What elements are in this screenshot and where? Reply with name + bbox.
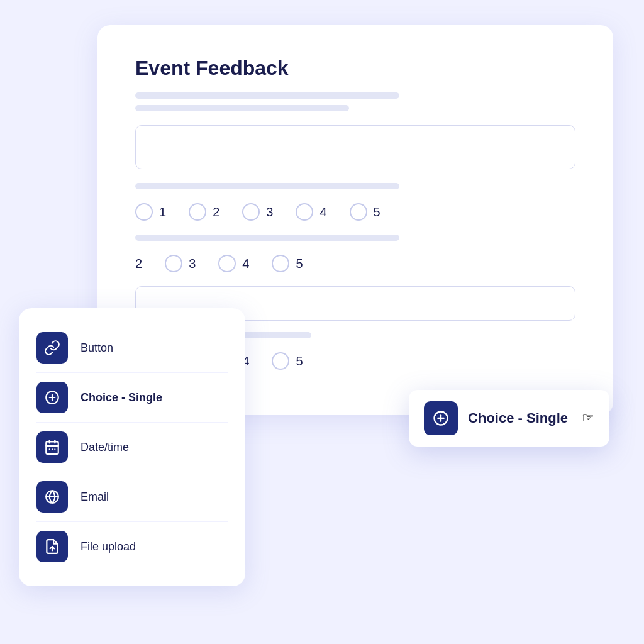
radio-item[interactable]: 4 [218,255,249,272]
datetime-icon-box [36,431,68,463]
placeholder-line-2 [135,105,349,111]
button-icon-box [36,332,68,364]
svg-point-9 [54,448,55,450]
radio-item[interactable]: 5 [350,203,380,221]
radio-label: 3 [266,205,273,219]
radio-circle[interactable] [242,203,260,221]
tooltip-icon-box [424,401,458,435]
radio-row-1: 1 2 3 4 5 [135,203,575,221]
choice-single-icon-box [36,382,68,413]
component-panel: Button Choice - Single Date/time [19,308,245,586]
component-name-button: Button [80,341,113,355]
globe-icon [44,489,60,505]
radio-circle[interactable] [165,255,182,272]
radio-circle[interactable] [272,255,289,272]
placeholder-line-1 [135,92,399,99]
component-name-datetime: Date/time [80,441,129,454]
radio-label: 1 [159,205,166,219]
tooltip-label: Choice - Single [468,410,568,426]
email-icon-box [36,481,68,513]
radio-label: 5 [296,257,303,271]
radio-label: 2 [135,257,142,271]
radio-item[interactable]: 5 [272,255,303,272]
radio-label: 5 [296,354,303,369]
radio-circle[interactable] [189,203,206,221]
section-divider-1 [135,183,399,189]
component-name-file-upload: File upload [80,540,136,553]
radio-label: 4 [319,205,326,219]
component-name-choice-single: Choice - Single [80,391,162,404]
link-icon [44,340,60,356]
radio-circle[interactable] [135,203,153,221]
file-upload-icon [44,538,60,555]
component-item-datetime[interactable]: Date/time [36,423,228,472]
component-item-choice-single[interactable]: Choice - Single [36,373,228,423]
tooltip-circle-plus-icon [432,409,450,427]
component-item-file-upload[interactable]: File upload [36,522,228,571]
radio-item[interactable]: 3 [165,255,196,272]
radio-item[interactable]: 3 [242,203,273,221]
file-upload-icon-box [36,531,68,562]
svg-rect-3 [46,441,58,454]
component-name-email: Email [80,491,109,504]
radio-label: 3 [189,257,196,271]
radio-item[interactable]: 4 [296,203,326,221]
radio-circle[interactable] [350,203,367,221]
cursor-icon: ☞ [582,410,594,426]
radio-item[interactable]: 2 [189,203,219,221]
radio-row-2: 2 3 4 5 [135,255,575,272]
svg-point-8 [52,448,53,450]
radio-label: 5 [374,205,380,219]
radio-circle[interactable] [272,352,289,370]
calendar-icon [44,439,60,455]
radio-label: 2 [213,205,219,219]
radio-item[interactable]: 1 [135,203,166,221]
text-input[interactable] [135,125,575,169]
radio-label: 4 [242,257,249,271]
component-item-button[interactable]: Button [36,323,228,373]
radio-circle[interactable] [218,255,236,272]
component-item-email[interactable]: Email [36,472,228,522]
circle-plus-icon [44,389,60,406]
svg-point-7 [49,448,50,450]
radio-item[interactable]: 5 [272,352,303,370]
section-divider-2 [135,235,399,241]
form-title: Event Feedback [135,57,575,80]
choice-single-tooltip[interactable]: Choice - Single ☞ [409,390,609,447]
radio-circle[interactable] [296,203,313,221]
